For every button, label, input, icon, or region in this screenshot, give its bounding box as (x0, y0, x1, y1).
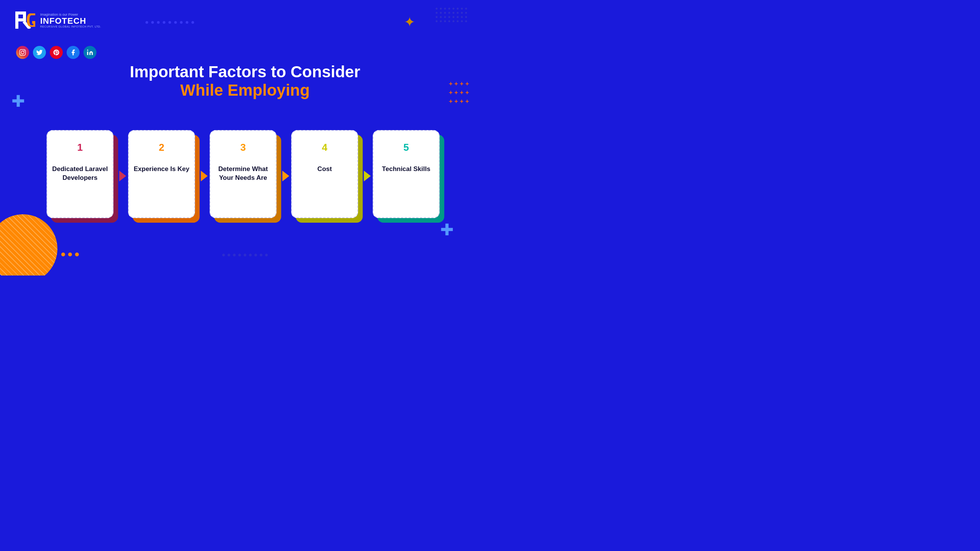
main-title: Important Factors to Consider While Empl… (0, 63, 490, 100)
orange-circle-decoration (0, 214, 57, 276)
sparkle-icon (404, 15, 415, 29)
card-4: 4 Cost (291, 130, 362, 222)
linkedin-icon[interactable] (83, 46, 96, 59)
card-1-number: 1 (77, 142, 83, 153)
plus-bottom-right-icon: ✚ (440, 220, 454, 239)
svg-point-6 (24, 51, 24, 51)
logo-area: Imagination is our Power INFOTECH RECURS… (15, 11, 101, 29)
dots-bottom-center (222, 254, 268, 256)
card-3-body: 3 Determine What Your Needs Are (210, 130, 277, 218)
logo-name: INFOTECH (40, 17, 101, 25)
card-2: 2 Experience Is Key (128, 130, 199, 222)
logo-icon (15, 11, 36, 29)
card-1-label: Dedicated Laravel Developers (47, 165, 113, 183)
social-icons-area (16, 46, 96, 59)
facebook-icon[interactable] (67, 46, 80, 59)
svg-point-7 (87, 50, 88, 51)
card-5-body: 5 Technical Skills (373, 130, 440, 218)
card-2-number: 2 (159, 142, 164, 153)
pinterest-icon[interactable] (50, 46, 63, 59)
arrow-2 (201, 171, 208, 181)
arrow-1 (119, 171, 126, 181)
logo-subtitle: RECURSIVE GLOBAL INFOTECH PVT. LTD. (40, 25, 101, 28)
logo-tagline: Imagination is our Power (40, 13, 101, 16)
title-line1: Important Factors to Consider (0, 63, 490, 81)
svg-rect-4 (20, 50, 26, 55)
arrow-3 (283, 171, 289, 181)
twitter-icon[interactable] (33, 46, 46, 59)
card-5-label: Technical Skills (377, 165, 435, 174)
card-2-body: 2 Experience Is Key (128, 130, 195, 218)
svg-point-5 (21, 51, 24, 54)
bg-dots-top-right (436, 8, 467, 22)
card-3-label: Determine What Your Needs Are (211, 165, 276, 183)
card-5-number: 5 (403, 142, 409, 153)
bg-dots-top (145, 21, 194, 24)
card-3-number: 3 (240, 142, 246, 153)
card-5: 5 Technical Skills (373, 130, 444, 222)
card-4-number: 4 (322, 142, 327, 153)
card-3: 3 Determine What Your Needs Are (210, 130, 281, 222)
card-2-label: Experience Is Key (129, 165, 194, 174)
title-line2: While Employing (0, 81, 490, 100)
card-4-label: Cost (313, 165, 336, 174)
instagram-icon[interactable] (16, 46, 29, 59)
arrow-4 (364, 171, 371, 181)
cards-container: 1 Dedicated Laravel Developers 2 Experie… (43, 130, 448, 222)
dots-bottom-left (61, 253, 79, 256)
card-1: 1 Dedicated Laravel Developers (47, 130, 118, 222)
card-4-body: 4 Cost (291, 130, 358, 218)
card-1-body: 1 Dedicated Laravel Developers (47, 130, 114, 218)
logo-text-area: Imagination is our Power INFOTECH RECURS… (40, 13, 101, 28)
